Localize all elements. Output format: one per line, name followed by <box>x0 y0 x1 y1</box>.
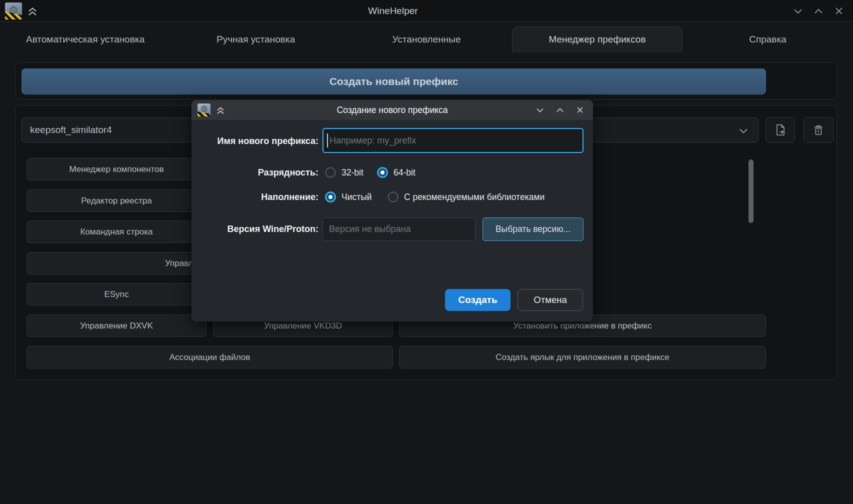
chevron-up-icon <box>555 105 565 115</box>
window-title: WineHelper <box>0 0 786 22</box>
file-icon <box>774 124 787 136</box>
winehelper-window: ⚙ WineHelper Автоматическая установка Ру… <box>0 0 853 504</box>
bitness-label: Разрядность: <box>204 167 318 178</box>
delete-prefix-button[interactable] <box>804 117 834 143</box>
dialog-maximize-button[interactable] <box>554 104 566 116</box>
chevron-up-icon <box>812 5 824 17</box>
minimize-button[interactable] <box>792 5 804 17</box>
tab-auto-install[interactable]: Автоматическая установка <box>0 28 170 51</box>
chevron-down-icon <box>535 105 545 115</box>
prefix-name-input[interactable] <box>322 128 584 153</box>
dialog-cancel-button[interactable]: Отмена <box>518 289 583 311</box>
dialog-close-button[interactable] <box>574 104 586 116</box>
close-icon <box>833 5 845 17</box>
window-controls <box>792 0 845 22</box>
scrollbar-thumb[interactable] <box>748 160 754 223</box>
choose-version-button[interactable]: Выбрать версию... <box>482 218 584 241</box>
dialog-create-button[interactable]: Создать <box>445 289 510 311</box>
radio-64bit[interactable] <box>377 167 388 178</box>
radio-clean-label[interactable]: Чистый <box>342 192 372 202</box>
chevron-down-icon <box>792 5 804 17</box>
prefix-name-label: Имя нового префикса: <box>204 136 318 146</box>
esync-button[interactable]: ESync <box>26 283 206 306</box>
close-icon <box>575 105 585 115</box>
tab-installed[interactable]: Установленные <box>341 28 512 51</box>
radio-clean[interactable] <box>325 192 336 202</box>
chevron-down-icon <box>737 124 750 138</box>
wine-version-label: Версия Wine/Proton: <box>204 224 318 234</box>
maximize-button[interactable] <box>812 5 824 17</box>
wine-version-input[interactable] <box>322 218 476 241</box>
prefix-select-value: keepsoft_similator4 <box>30 124 112 135</box>
radio-recommended-libs-label[interactable]: С рекомендуемыми библиотеками <box>404 192 544 202</box>
radio-32bit[interactable] <box>325 167 336 178</box>
dialog-title: Создание нового префикса <box>192 100 593 120</box>
tab-help[interactable]: Справка <box>682 28 853 51</box>
titlebar: ⚙ WineHelper <box>0 0 853 22</box>
tab-prefix-manager[interactable]: Менеджер префиксов <box>512 26 682 52</box>
fill-label: Наполнение: <box>204 192 318 202</box>
dialog-controls <box>534 100 586 120</box>
new-prefix-file-button[interactable] <box>766 117 795 143</box>
radio-recommended-libs[interactable] <box>388 192 398 202</box>
tab-manual-install[interactable]: Ручная установка <box>170 28 341 51</box>
components-manager-button[interactable]: Менеджер компонентов <box>26 158 206 180</box>
registry-editor-button[interactable]: Редактор реестра <box>26 190 206 212</box>
create-new-prefix-button[interactable]: Создать новый префикс <box>22 68 766 94</box>
close-button[interactable] <box>833 5 845 17</box>
dialog-minimize-button[interactable] <box>534 104 546 116</box>
radio-32bit-label[interactable]: 32-bit <box>342 167 364 178</box>
text-cursor <box>327 134 328 148</box>
dialog-titlebar: ⚙ Создание нового префикса <box>192 100 593 120</box>
create-prefix-dialog: ⚙ Создание нового префикса Имя нового пр… <box>192 100 593 322</box>
create-shortcut-button[interactable]: Создать ярлык для приложения в префиксе <box>399 346 766 368</box>
create-prefix-panel: Создать новый префикс <box>15 62 837 100</box>
trash-icon <box>812 124 825 136</box>
radio-64bit-label[interactable]: 64-bit <box>394 167 416 178</box>
command-line-button[interactable]: Командная строка <box>26 220 206 243</box>
dxvk-management-button[interactable]: Управление DXVK <box>26 314 206 337</box>
file-associations-button[interactable]: Ассоциации файлов <box>26 346 393 368</box>
